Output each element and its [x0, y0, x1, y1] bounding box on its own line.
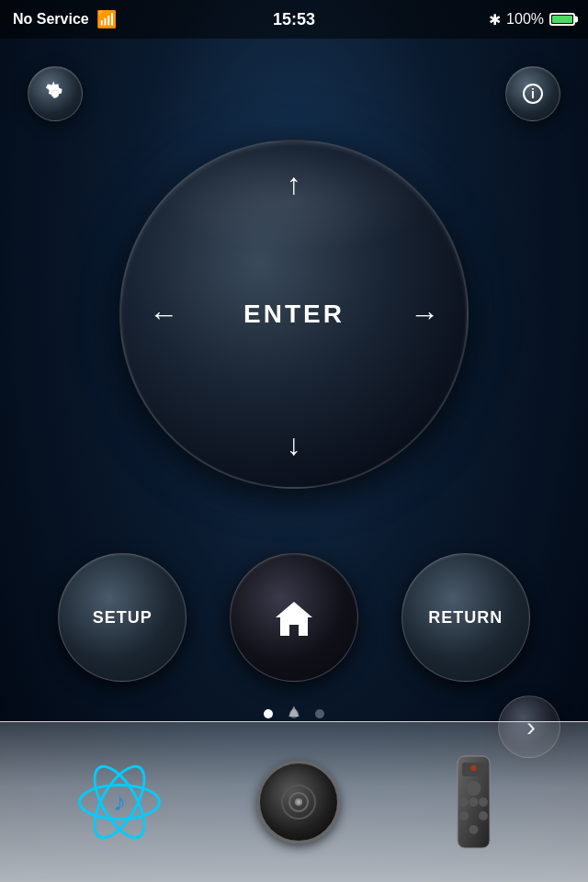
return-button[interactable]: RETURN: [401, 553, 530, 682]
battery-fill: [552, 16, 572, 23]
arrow-up-icon: ↑: [287, 169, 301, 198]
speaker-icon[interactable]: [257, 761, 340, 843]
page-dot-1: [264, 709, 273, 718]
arrow-left-icon: ←: [149, 300, 178, 329]
status-time: 15:53: [273, 10, 315, 29]
remote-app-icon[interactable]: [432, 752, 514, 853]
svg-point-6: [297, 800, 300, 804]
svg-point-10: [459, 797, 469, 807]
no-service-text: No Service: [13, 11, 89, 28]
arrow-right-icon: →: [410, 300, 439, 329]
battery-icon: [549, 13, 575, 26]
info-button[interactable]: i: [505, 66, 560, 121]
page-dot-3: [315, 709, 324, 718]
dpad-container[interactable]: ↑ ← ENTER → ↓: [119, 140, 469, 489]
top-buttons: i: [0, 66, 588, 121]
music-note-icon: ♪: [113, 787, 126, 817]
svg-point-15: [469, 797, 478, 807]
music-app-icon[interactable]: ♪: [74, 756, 165, 848]
setup-button[interactable]: SETUP: [58, 553, 187, 682]
dpad-circle[interactable]: ↑ ← ENTER → ↓: [119, 140, 469, 489]
settings-button[interactable]: [28, 66, 83, 121]
home-button[interactable]: [230, 553, 358, 682]
status-right: ✱ 100%: [489, 11, 575, 28]
svg-point-11: [479, 797, 488, 807]
remote-svg: [439, 752, 508, 853]
svg-point-13: [479, 811, 488, 820]
svg-point-14: [469, 825, 478, 834]
wifi-icon: 📶: [96, 9, 117, 29]
bluetooth-icon: ✱: [489, 11, 501, 28]
return-label: RETURN: [428, 608, 503, 628]
svg-point-12: [459, 811, 469, 820]
dock-area: ♪: [0, 721, 588, 882]
svg-text:i: i: [531, 86, 535, 101]
enter-button[interactable]: ENTER: [243, 300, 345, 329]
svg-point-9: [466, 781, 481, 796]
main-content: i ↑ ← ENTER → ↓ SETUP RETURN: [0, 39, 588, 882]
bottom-arrow-icon: ▲: [285, 700, 303, 721]
battery-percent: 100%: [506, 11, 544, 28]
status-bar: No Service 📶 15:53 ✱ 100%: [0, 0, 588, 39]
setup-label: SETUP: [93, 608, 153, 628]
bottom-buttons: SETUP RETURN: [0, 553, 588, 682]
arrow-down-icon: ↓: [287, 430, 301, 459]
status-left: No Service 📶: [13, 9, 117, 29]
svg-point-16: [470, 765, 476, 771]
